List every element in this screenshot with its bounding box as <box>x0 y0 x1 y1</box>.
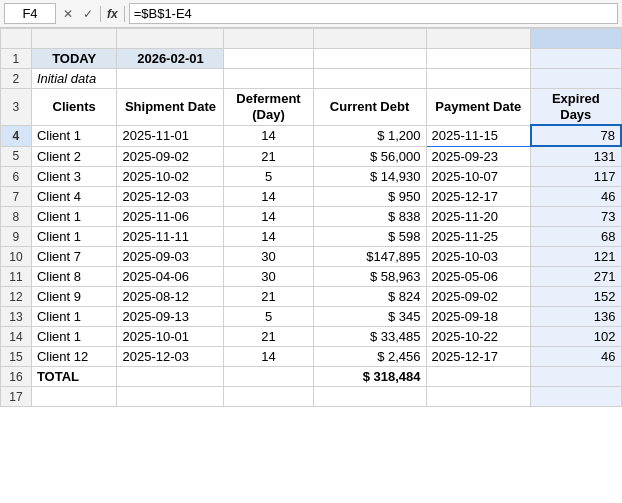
cell-8-E[interactable]: 2025-11-20 <box>426 207 531 227</box>
cell-9-B[interactable]: 2025-11-11 <box>117 227 224 247</box>
cell-15-F[interactable]: 46 <box>531 347 621 367</box>
col-header-a[interactable] <box>31 29 117 49</box>
cell-6-E[interactable]: 2025-10-07 <box>426 167 531 187</box>
cell-3-E[interactable]: Payment Date <box>426 89 531 126</box>
cell-15-B[interactable]: 2025-12-03 <box>117 347 224 367</box>
cell-1-C[interactable] <box>224 49 313 69</box>
col-header-d[interactable] <box>313 29 426 49</box>
col-header-f[interactable] <box>531 29 621 49</box>
cell-17-B[interactable] <box>117 387 224 407</box>
formula-input[interactable] <box>129 3 618 24</box>
cell-12-A[interactable]: Client 9 <box>31 287 117 307</box>
cell-13-A[interactable]: Client 1 <box>31 307 117 327</box>
cell-11-D[interactable]: $ 58,963 <box>313 267 426 287</box>
cell-4-D[interactable]: $ 1,200 <box>313 125 426 146</box>
cell-8-A[interactable]: Client 1 <box>31 207 117 227</box>
cell-10-E[interactable]: 2025-10-03 <box>426 247 531 267</box>
cell-14-B[interactable]: 2025-10-01 <box>117 327 224 347</box>
cell-9-C[interactable]: 14 <box>224 227 313 247</box>
cell-8-F[interactable]: 73 <box>531 207 621 227</box>
fx-button[interactable]: fx <box>100 6 125 22</box>
cell-14-D[interactable]: $ 33,485 <box>313 327 426 347</box>
cell-3-D[interactable]: Current Debt <box>313 89 426 126</box>
cell-10-D[interactable]: $147,895 <box>313 247 426 267</box>
cancel-button[interactable]: ✕ <box>60 6 76 22</box>
cell-6-A[interactable]: Client 3 <box>31 167 117 187</box>
cell-1-F[interactable] <box>531 49 621 69</box>
cell-13-D[interactable]: $ 345 <box>313 307 426 327</box>
cell-8-D[interactable]: $ 838 <box>313 207 426 227</box>
cell-14-C[interactable]: 21 <box>224 327 313 347</box>
cell-7-A[interactable]: Client 4 <box>31 187 117 207</box>
cell-5-B[interactable]: 2025-09-02 <box>117 146 224 167</box>
cell-16-D[interactable]: $ 318,484 <box>313 367 426 387</box>
cell-3-A[interactable]: Clients <box>31 89 117 126</box>
cell-7-B[interactable]: 2025-12-03 <box>117 187 224 207</box>
cell-1-A[interactable]: TODAY <box>31 49 117 69</box>
cell-17-E[interactable] <box>426 387 531 407</box>
cell-12-D[interactable]: $ 824 <box>313 287 426 307</box>
cell-2-C[interactable] <box>224 69 313 89</box>
col-header-b[interactable] <box>117 29 224 49</box>
cell-1-D[interactable] <box>313 49 426 69</box>
cell-3-F[interactable]: Expired Days <box>531 89 621 126</box>
cell-14-A[interactable]: Client 1 <box>31 327 117 347</box>
cell-13-B[interactable]: 2025-09-13 <box>117 307 224 327</box>
cell-16-C[interactable] <box>224 367 313 387</box>
cell-4-E[interactable]: 2025-11-15 <box>426 125 531 146</box>
cell-7-D[interactable]: $ 950 <box>313 187 426 207</box>
cell-12-F[interactable]: 152 <box>531 287 621 307</box>
cell-9-D[interactable]: $ 598 <box>313 227 426 247</box>
cell-17-A[interactable] <box>31 387 117 407</box>
col-header-e[interactable] <box>426 29 531 49</box>
cell-10-C[interactable]: 30 <box>224 247 313 267</box>
cell-7-C[interactable]: 14 <box>224 187 313 207</box>
cell-6-B[interactable]: 2025-10-02 <box>117 167 224 187</box>
cell-5-A[interactable]: Client 2 <box>31 146 117 167</box>
cell-13-F[interactable]: 136 <box>531 307 621 327</box>
cell-2-B[interactable] <box>117 69 224 89</box>
cell-17-F[interactable] <box>531 387 621 407</box>
cell-11-A[interactable]: Client 8 <box>31 267 117 287</box>
cell-3-B[interactable]: Shipment Date <box>117 89 224 126</box>
cell-1-E[interactable] <box>426 49 531 69</box>
cell-2-E[interactable] <box>426 69 531 89</box>
cell-11-F[interactable]: 271 <box>531 267 621 287</box>
cell-11-B[interactable]: 2025-04-06 <box>117 267 224 287</box>
cell-10-A[interactable]: Client 7 <box>31 247 117 267</box>
cell-reference[interactable] <box>4 3 56 24</box>
cell-4-C[interactable]: 14 <box>224 125 313 146</box>
cell-2-D[interactable] <box>313 69 426 89</box>
cell-17-D[interactable] <box>313 387 426 407</box>
cell-4-B[interactable]: 2025-11-01 <box>117 125 224 146</box>
cell-9-A[interactable]: Client 1 <box>31 227 117 247</box>
cell-4-A[interactable]: Client 1 <box>31 125 117 146</box>
cell-16-A[interactable]: TOTAL <box>31 367 117 387</box>
cell-9-E[interactable]: 2025-11-25 <box>426 227 531 247</box>
cell-14-F[interactable]: 102 <box>531 327 621 347</box>
cell-3-C[interactable]: Deferment (Day) <box>224 89 313 126</box>
cell-16-B[interactable] <box>117 367 224 387</box>
cell-11-E[interactable]: 2025-05-06 <box>426 267 531 287</box>
cell-6-C[interactable]: 5 <box>224 167 313 187</box>
cell-11-C[interactable]: 30 <box>224 267 313 287</box>
col-header-c[interactable] <box>224 29 313 49</box>
cell-16-F[interactable] <box>531 367 621 387</box>
cell-13-E[interactable]: 2025-09-18 <box>426 307 531 327</box>
cell-9-F[interactable]: 68 <box>531 227 621 247</box>
cell-14-E[interactable]: 2025-10-22 <box>426 327 531 347</box>
cell-1-B[interactable]: 2026-02-01 <box>117 49 224 69</box>
cell-12-B[interactable]: 2025-08-12 <box>117 287 224 307</box>
confirm-button[interactable]: ✓ <box>80 6 96 22</box>
cell-8-B[interactable]: 2025-11-06 <box>117 207 224 227</box>
cell-6-D[interactable]: $ 14,930 <box>313 167 426 187</box>
cell-2-F[interactable] <box>531 69 621 89</box>
cell-15-C[interactable]: 14 <box>224 347 313 367</box>
cell-5-E[interactable]: 2025-09-23 <box>426 146 531 167</box>
cell-4-F[interactable]: 78 <box>531 125 621 146</box>
cell-6-F[interactable]: 117 <box>531 167 621 187</box>
cell-5-C[interactable]: 21 <box>224 146 313 167</box>
cell-15-A[interactable]: Client 12 <box>31 347 117 367</box>
cell-16-E[interactable] <box>426 367 531 387</box>
cell-5-D[interactable]: $ 56,000 <box>313 146 426 167</box>
